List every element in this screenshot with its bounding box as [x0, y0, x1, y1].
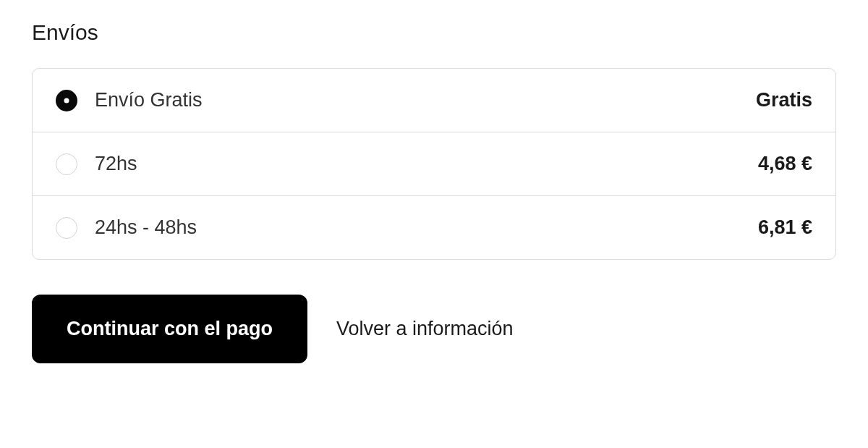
shipping-option-price: 4,68 €	[758, 153, 812, 175]
shipping-option-24-48hs[interactable]: 24hs - 48hs 6,81 €	[33, 196, 835, 259]
radio-icon	[56, 153, 77, 175]
shipping-option-72hs[interactable]: 72hs 4,68 €	[33, 132, 835, 196]
shipping-option-label: 72hs	[95, 153, 758, 175]
shipping-option-label: 24hs - 48hs	[95, 216, 758, 239]
continue-button[interactable]: Continuar con el pago	[32, 295, 307, 363]
shipping-options-group: Envío Gratis Gratis 72hs 4,68 € 24hs - 4…	[32, 68, 836, 260]
section-title: Envíos	[32, 20, 836, 45]
shipping-option-label: Envío Gratis	[95, 89, 756, 111]
radio-icon	[56, 217, 77, 239]
back-link[interactable]: Volver a información	[336, 318, 514, 340]
shipping-option-price: Gratis	[756, 89, 812, 111]
shipping-option-free[interactable]: Envío Gratis Gratis	[33, 69, 835, 132]
radio-icon	[56, 90, 77, 111]
shipping-option-price: 6,81 €	[758, 216, 812, 239]
actions-row: Continuar con el pago Volver a informaci…	[32, 295, 836, 363]
